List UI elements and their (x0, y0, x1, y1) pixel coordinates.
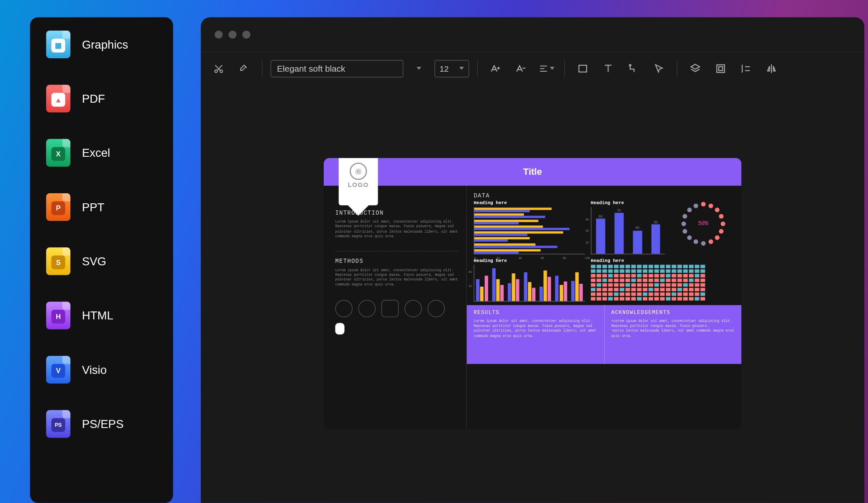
radial-chart: 50% (680, 200, 727, 247)
font-family-select[interactable]: Elegant soft black (270, 60, 403, 77)
svg-point-1 (220, 70, 223, 72)
chart-heading: Heading here (474, 200, 585, 205)
doc-logo: ® LOGO (339, 158, 378, 205)
group-button[interactable] (711, 59, 730, 78)
svg-rect-2 (579, 65, 587, 72)
chart-heatmap: Heading here (591, 258, 735, 302)
svg-rect-4 (717, 65, 724, 72)
chart-radial: 50% (671, 200, 736, 254)
heatmap-chart (591, 265, 735, 302)
distribute-button[interactable] (736, 59, 756, 78)
methods-text: Lorem ipsum dolor sit amet, consectetuer… (335, 268, 458, 287)
graphics-icon: ▦ (46, 31, 70, 58)
hbar-chart: 020406080100 (474, 207, 585, 254)
pointer-tool-button[interactable] (649, 59, 669, 78)
doc-footer: RESULTS Lorem ipsum dolor sit amet, cons… (467, 305, 741, 364)
rectangle-tool-button[interactable] (573, 59, 593, 78)
canvas-area[interactable]: ® LOGO Title INTRODUCTION Lorem ipsum do… (201, 84, 864, 503)
sidebar-item-label: PDF (82, 92, 105, 105)
ps-icon: PS (46, 410, 70, 438)
sidebar-item-excel[interactable]: X Excel (30, 126, 173, 180)
method-icon (335, 323, 344, 335)
app-window: Elegant soft black 12 ® LOGO Title (201, 17, 864, 503)
font-size-value: 12 (440, 64, 449, 73)
doc-left-column: INTRODUCTION Lorem ipsum dolor sit amet,… (324, 186, 467, 429)
logo-mark-icon: ® (350, 163, 367, 180)
chart-heading: Heading here (591, 258, 735, 263)
font-name-value: Elegant soft black (277, 63, 345, 73)
toolbar: Elegant soft black 12 (201, 52, 864, 84)
chart-heading: Heading here (591, 200, 665, 205)
ppt-icon: P (46, 193, 70, 221)
results-text: Lorem ipsum dolor sit amet, consectetuer… (474, 319, 597, 339)
cut-button[interactable] (209, 59, 229, 78)
ack-text: •Lorem ipsum dolor sit amet, consectetue… (611, 319, 735, 339)
sidebar-item-label: HTML (82, 309, 113, 322)
format-painter-button[interactable] (234, 59, 254, 78)
chart-hbar: Heading here 020406080100 (474, 200, 585, 254)
method-icons-row (335, 296, 458, 335)
sidebar-item-label: Excel (82, 146, 110, 160)
traffic-minimize-icon[interactable] (229, 31, 236, 39)
font-family-dropdown-icon[interactable] (409, 59, 429, 78)
chart-vbar: Heading here 60704050204060 (591, 200, 665, 254)
sidebar-item-ppt[interactable]: P PPT (30, 180, 173, 234)
svg-point-3 (629, 64, 631, 65)
sidebar-item-graphics[interactable]: ▦ Graphics (30, 17, 173, 71)
methods-heading: METHODS (335, 258, 458, 264)
acknowledgements-column: ACKNOWLEDGEMENTS •Lorem ipsum dolor sit … (604, 305, 741, 364)
export-sidebar: ▦ Graphics ⟁ PDF X Excel P PPT S SVG H H… (30, 17, 173, 503)
visio-icon: V (46, 356, 70, 384)
method-icon (428, 300, 445, 317)
pdf-icon: ⟁ (46, 85, 70, 112)
data-heading: DATA (474, 193, 736, 199)
grouped-bar-chart: 2040 (474, 265, 585, 302)
sidebar-item-label: PS/EPS (82, 417, 123, 431)
sidebar-item-pdf[interactable]: ⟁ PDF (30, 72, 173, 126)
svg-icon: S (46, 247, 70, 275)
window-titlebar (201, 17, 864, 52)
svg-rect-5 (719, 66, 722, 70)
html-icon: H (46, 302, 70, 329)
radial-percent: 50% (698, 220, 709, 227)
divider (335, 251, 458, 251)
method-icon (382, 300, 399, 317)
method-icon (358, 300, 375, 317)
chart-grouped: Heading here 2040 (474, 258, 585, 302)
ack-heading: ACKNOWLEDGEMENTS (611, 310, 735, 316)
doc-title: Title (523, 167, 542, 177)
decrease-font-button[interactable] (511, 59, 531, 78)
sidebar-item-label: PPT (82, 200, 104, 214)
connector-tool-button[interactable] (624, 59, 643, 78)
text-tool-button[interactable] (598, 59, 618, 78)
flip-button[interactable] (761, 59, 781, 78)
chart-heading: Heading here (474, 258, 585, 263)
method-icon (335, 300, 352, 317)
logo-text: LOGO (348, 181, 369, 188)
sidebar-item-svg[interactable]: S SVG (30, 234, 173, 288)
traffic-close-icon[interactable] (215, 31, 223, 39)
method-icon (405, 300, 422, 317)
doc-header: ® LOGO Title (324, 158, 741, 186)
sidebar-item-label: Visio (82, 363, 107, 376)
traffic-zoom-icon[interactable] (242, 31, 250, 39)
intro-text: Lorem ipsum dolor sit amet, consectetuer… (335, 220, 458, 239)
sidebar-item-label: SVG (82, 255, 106, 268)
results-column: RESULTS Lorem ipsum dolor sit amet, cons… (467, 305, 604, 364)
svg-point-0 (215, 70, 217, 72)
document-preview[interactable]: ® LOGO Title INTRODUCTION Lorem ipsum do… (324, 158, 741, 429)
sidebar-item-pseps[interactable]: PS PS/EPS (30, 397, 173, 451)
sidebar-item-html[interactable]: H HTML (30, 288, 173, 342)
font-size-select[interactable]: 12 (434, 60, 469, 77)
sidebar-item-label: Graphics (82, 38, 128, 51)
doc-right-column: DATA Heading here 020406080100 Heading h… (467, 186, 741, 429)
sidebar-item-visio[interactable]: V Visio (30, 342, 173, 397)
vbar-chart: 60704050204060 (591, 207, 665, 254)
excel-icon: X (46, 139, 70, 167)
results-heading: RESULTS (474, 310, 597, 316)
layers-button[interactable] (686, 59, 705, 78)
increase-font-button[interactable] (486, 59, 506, 78)
align-button[interactable] (537, 59, 556, 78)
